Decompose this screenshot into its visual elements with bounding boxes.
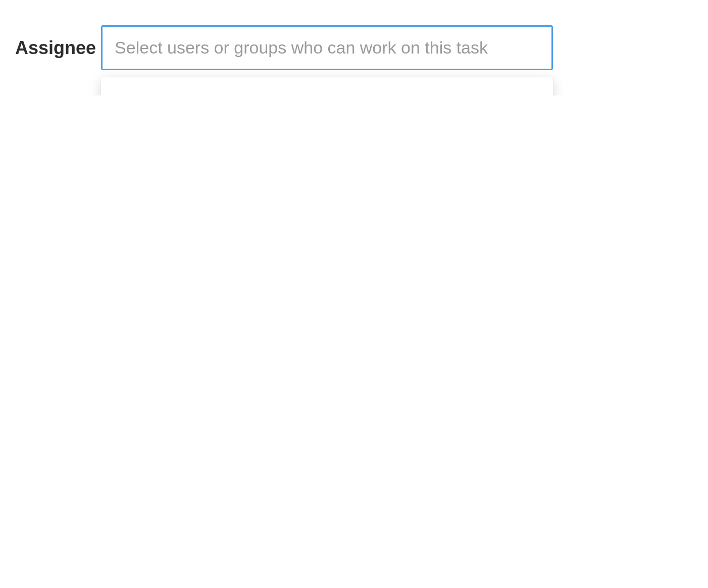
assignee-label: Assignee bbox=[15, 25, 96, 59]
assignee-dropdown: Process starter Process manager Any user bbox=[101, 77, 553, 95]
assignee-input[interactable] bbox=[101, 25, 553, 70]
